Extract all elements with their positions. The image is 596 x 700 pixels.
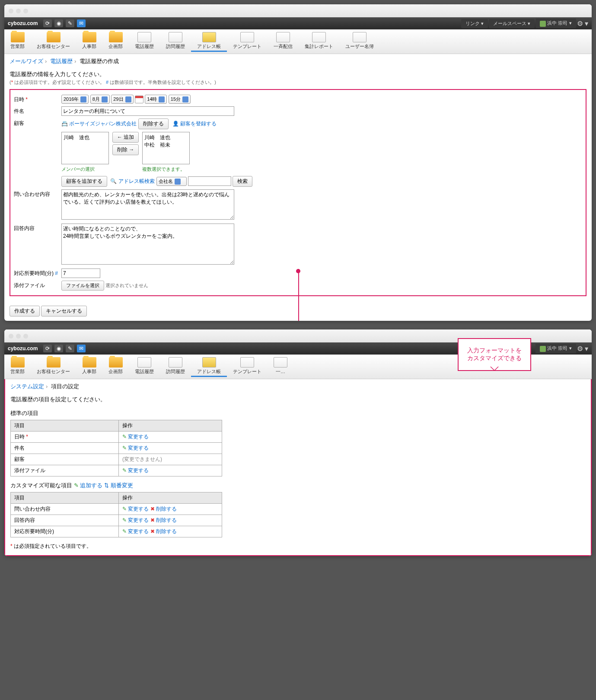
add-customer-button[interactable]: 顧客を追加する [61,176,107,187]
list-item[interactable]: 中松 裕未 [144,141,188,149]
subject-input[interactable] [61,106,234,116]
search-type-select[interactable]: 会社名 [156,177,187,186]
tb-label: 電話履歴 [135,368,154,375]
tb-visit[interactable]: 訪問履歴 [160,31,191,52]
traffic-light-icon [23,334,28,339]
tb-sales[interactable]: 営業部 [4,356,31,377]
day-select[interactable]: 29日 [111,95,133,104]
tb-report[interactable]: 集計レポート [299,31,339,52]
delete-link[interactable]: 削除する [156,506,177,512]
all-members-list[interactable]: 川崎 達也 中松 裕未 [142,132,190,164]
answer-textarea[interactable]: 遅い時間になるとのことなので、 24時間営業しているボウズレンタカーをご案内。 [61,224,234,265]
tb-address[interactable]: アドレス帳 [191,31,227,52]
year-select[interactable]: 2016年 [61,95,89,104]
create-button[interactable]: 作成する [10,306,40,316]
reorder-link[interactable]: 順番変更 [111,482,133,489]
list-item[interactable]: 川崎 達也 [64,134,107,141]
add-item-link[interactable]: 追加する [80,482,102,489]
tb-sales[interactable]: 営業部 [4,31,31,52]
duration-input[interactable] [61,268,100,278]
bc-current: 項目の設定 [51,383,79,390]
folder-icon [109,32,123,42]
delete-link[interactable]: 削除する [156,517,177,523]
settings-icon[interactable]: ◉ [54,19,63,27]
mail-icon[interactable]: ✉ [77,345,86,352]
choose-file-button[interactable]: ファイルを選択 [61,281,104,291]
reload-icon[interactable]: ⟳ [43,19,52,27]
change-link[interactable]: 変更する [128,517,149,523]
brand[interactable]: cybozu.com [8,345,38,352]
register-customer-link[interactable]: 顧客を登録する [180,121,217,127]
selected-members-list[interactable]: 川崎 達也 [61,132,109,164]
change-link[interactable]: 変更する [128,528,149,534]
brand[interactable]: cybozu.com [8,20,38,26]
tb-support[interactable]: お客様センター [31,31,76,52]
tb-userlist[interactable]: ユーザー名簿 [339,31,380,52]
label-attach: 添付ファイル [14,281,61,289]
bc-link[interactable]: 電話履歴 [50,58,73,64]
bc-link[interactable]: メールワイズ [10,58,43,64]
add-member-button[interactable]: ← 追加 [112,132,139,143]
tb-address[interactable]: アドレス帳 [191,356,227,377]
tb-label: 一斉配信 [274,43,293,50]
user-icon [540,21,546,27]
tb-visit[interactable]: 訪問履歴 [160,356,191,377]
userlist-icon [353,32,367,42]
toolbar: 営業部 お客様センター 人事部 企画部 電話履歴 訪問履歴 アドレス帳 テンプレ… [4,29,592,54]
tb-broadcast[interactable]: 一斉配信 [268,31,299,52]
section-title: カスタマイズ可能な項目 ✎ 追加する ⇅ 順番変更 [10,482,586,489]
tb-planning[interactable]: 企画部 [102,356,129,377]
month-select[interactable]: 8月 [90,95,110,104]
hour-select[interactable]: 14時 [145,95,167,104]
minute-select[interactable]: 15分 [169,95,191,104]
mailspace-dropdown[interactable]: メールスペース ▾ [489,19,535,28]
tb-planning[interactable]: 企画部 [102,31,129,52]
tb-hr[interactable]: 人事部 [76,31,102,52]
pencil-icon: ✎ [122,528,127,534]
folder-icon [47,32,61,42]
link-dropdown[interactable]: リンク ▾ [461,19,488,28]
pencil-icon: ✎ [74,482,79,489]
user-label: 浜中 崇司 ▾ [547,345,571,351]
tb-template[interactable]: テンプレート [227,31,268,52]
delete-company-button[interactable]: 削除する [138,118,169,129]
pencil-icon: ✎ [122,517,127,523]
change-link[interactable]: 変更する [128,434,149,440]
user-menu[interactable]: 浜中 崇司 ▾ [535,19,576,28]
tb-label: ユーザー名簿 [345,43,374,50]
tb-template[interactable]: テンプレート [227,356,268,377]
cancel-button[interactable]: キャンセルする [41,306,87,316]
brush-icon[interactable]: ✎ [66,345,74,352]
reload-icon[interactable]: ⟳ [43,345,52,352]
gear-icon[interactable]: ⚙ ▾ [577,345,588,353]
list-item[interactable]: 川崎 達也 [144,134,188,141]
change-link[interactable]: 変更する [128,445,149,451]
multi-note: 複数選択できます。 [142,166,190,173]
mail-icon[interactable]: ✉ [77,19,86,27]
legend-note: (* は必須項目です。必ず設定してください。 # は数値項目です。半角数値を設定… [10,79,586,86]
remove-member-button[interactable]: 削除 → [112,144,139,155]
bc-link[interactable]: システム設定 [10,383,44,390]
settings-icon[interactable]: ◉ [54,345,63,352]
gear-icon[interactable]: ⚙ ▾ [577,19,588,28]
user-menu[interactable]: 浜中 崇司 ▾ [535,344,576,353]
titlebar [4,4,592,17]
calendar-icon[interactable] [135,96,143,103]
company-link[interactable]: ボーサイズジャパン株式会社 [69,121,137,127]
delete-link[interactable]: 削除する [156,528,177,534]
brush-icon[interactable]: ✎ [66,19,74,27]
change-link[interactable]: 変更する [128,506,149,512]
tb-support[interactable]: お客様センター [31,356,76,377]
search-button[interactable]: 検索 [233,176,252,187]
tb-broadcast[interactable]: 一… [268,356,293,377]
address-book-icon [202,32,216,42]
search-input[interactable] [188,176,231,186]
tb-phone[interactable]: 電話履歴 [129,31,160,52]
inquiry-textarea[interactable]: 都内観光のため、レンタカーを使いたい。出発は23時と遅めなので悩んでいる。近くて… [61,189,234,220]
phone-history-icon [137,357,151,368]
label-duration: 対応所要時間(分) # [14,268,61,277]
table-row: 添付ファイル✎ 変更する [11,465,222,476]
tb-phone[interactable]: 電話履歴 [129,356,160,377]
tb-hr[interactable]: 人事部 [76,356,102,377]
change-link[interactable]: 変更する [128,467,149,473]
